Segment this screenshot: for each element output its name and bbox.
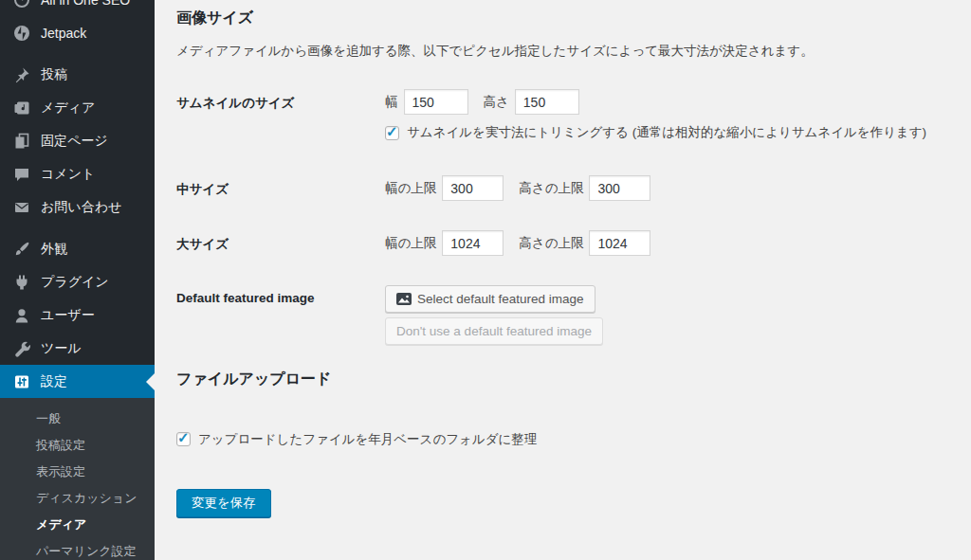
sidebar-item-label: コメント xyxy=(41,166,95,183)
active-menu-arrow xyxy=(146,373,155,390)
media-icon xyxy=(12,99,31,117)
sidebar-item-label: ツール xyxy=(41,340,82,357)
thumbnail-width-input[interactable] xyxy=(404,89,468,115)
submenu-item-permalinks[interactable]: パーマリンク設定 xyxy=(0,538,155,560)
thumbnail-size-row: サムネイルのサイズ 幅 高さ ✓ サムネイルを実寸法にトリミングする (通常は相… xyxy=(176,89,952,141)
sidebar-item-settings[interactable]: 設定 xyxy=(0,365,155,398)
sidebar-item-contact[interactable]: お問い合わせ xyxy=(0,190,155,224)
submenu-item-general[interactable]: 一般 xyxy=(0,406,155,432)
sidebar-item-label: 投稿 xyxy=(41,66,67,83)
large-size-row: 大サイズ 幅の上限 高さの上限 xyxy=(176,230,952,256)
thumbnail-height-label: 高さ xyxy=(484,94,509,111)
sidebar-item-label: メディア xyxy=(41,99,95,117)
sidebar-item-jetpack[interactable]: Jetpack xyxy=(0,16,155,49)
thumbnail-height-input[interactable] xyxy=(515,89,579,115)
save-changes-button[interactable]: 変更を保存 xyxy=(176,489,271,517)
large-max-height-label: 高さの上限 xyxy=(519,235,583,252)
submenu-item-writing[interactable]: 投稿設定 xyxy=(0,432,155,459)
image-sizes-description: メディアファイルから画像を追加する際、以下でピクセル指定したサイズによって最大寸… xyxy=(176,43,952,60)
submenu-item-discussion[interactable]: ディスカッション xyxy=(0,485,155,512)
large-max-width-input[interactable] xyxy=(442,230,504,256)
sidebar-item-posts[interactable]: 投稿 xyxy=(0,58,155,91)
large-max-height-input[interactable] xyxy=(589,230,650,256)
dont-use-featured-image-label: Don't use a default featured image xyxy=(396,324,592,338)
settings-submenu: 一般 投稿設定 表示設定 ディスカッション メディア パーマリンク設定 xyxy=(0,398,155,560)
media-settings-page: 画像サイズ メディアファイルから画像を追加する際、以下でピクセル指定したサイズに… xyxy=(155,0,971,560)
email-icon xyxy=(12,198,31,217)
medium-max-height-input[interactable] xyxy=(589,175,650,201)
sidebar-item-label: 固定ページ xyxy=(41,133,108,150)
image-sizes-heading: 画像サイズ xyxy=(176,8,952,28)
submenu-item-media[interactable]: メディア xyxy=(0,512,155,538)
sidebar-item-label: お問い合わせ xyxy=(41,199,121,216)
select-featured-image-button[interactable]: Select default featured image xyxy=(385,285,595,313)
sidebar-item-users[interactable]: ユーザー xyxy=(0,298,155,332)
dont-use-featured-image-button[interactable]: Don't use a default featured image xyxy=(385,317,603,345)
seo-icon xyxy=(12,0,31,9)
pushpin-icon xyxy=(12,65,31,84)
uploads-organize-label[interactable]: アップロードしたファイルを年月ベースのフォルダに整理 xyxy=(198,431,537,448)
comment-icon xyxy=(12,165,31,184)
sidebar-item-label: 外観 xyxy=(41,241,67,258)
medium-size-row: 中サイズ 幅の上限 高さの上限 xyxy=(176,175,952,201)
sidebar-item-media[interactable]: メディア xyxy=(0,91,155,124)
thumbnail-size-label: サムネイルのサイズ xyxy=(176,89,385,141)
default-featured-image-row: Default featured image Select default fe… xyxy=(176,285,952,345)
sidebar-item-comments[interactable]: コメント xyxy=(0,157,155,190)
thumbnail-width-label: 幅 xyxy=(385,94,398,111)
wrench-icon xyxy=(12,339,31,358)
checkmark-icon: ✓ xyxy=(177,430,190,444)
sidebar-item-label: プラグイン xyxy=(41,274,109,291)
file-upload-heading: ファイルアップロード xyxy=(176,369,952,389)
sidebar-item-label: 設定 xyxy=(41,373,67,390)
image-icon xyxy=(396,293,412,305)
uploads-organize-checkbox[interactable]: ✓ xyxy=(176,432,191,446)
sidebar-item-appearance[interactable]: 外観 xyxy=(0,232,155,265)
paintbrush-icon xyxy=(12,240,31,259)
settings-icon xyxy=(12,372,31,391)
plug-icon xyxy=(12,273,31,292)
medium-max-width-input[interactable] xyxy=(442,175,504,201)
sidebar-item-plugins[interactable]: プラグイン xyxy=(0,265,155,298)
medium-max-width-label: 幅の上限 xyxy=(385,180,436,197)
submenu-item-reading[interactable]: 表示設定 xyxy=(0,459,155,485)
thumbnail-crop-label[interactable]: サムネイルを実寸法にトリミングする (通常は相対的な縮小によりサムネイルを作りま… xyxy=(407,124,926,141)
jetpack-icon xyxy=(12,24,31,43)
checkmark-icon: ✓ xyxy=(386,124,398,138)
medium-max-height-label: 高さの上限 xyxy=(519,180,583,197)
default-featured-image-label: Default featured image xyxy=(176,285,385,345)
sidebar-item-all-in-one-seo[interactable]: All in One SEO xyxy=(0,0,155,16)
thumbnail-crop-checkbox[interactable]: ✓ xyxy=(385,126,399,140)
uploads-organize-option: ✓ アップロードしたファイルを年月ベースのフォルダに整理 xyxy=(176,431,952,448)
sidebar-item-label: ユーザー xyxy=(41,307,95,324)
select-featured-image-label: Select default featured image xyxy=(417,292,584,306)
admin-sidebar: All in One SEO Jetpack 投稿 メディア 固定ページ コメン… xyxy=(0,0,155,560)
pages-icon xyxy=(12,132,31,151)
menu-separator xyxy=(0,49,155,58)
user-icon xyxy=(12,306,31,325)
sidebar-item-pages[interactable]: 固定ページ xyxy=(0,124,155,157)
sidebar-item-label: Jetpack xyxy=(41,26,86,41)
menu-separator xyxy=(0,224,155,232)
medium-size-label: 中サイズ xyxy=(176,175,385,201)
thumbnail-crop-option: ✓ サムネイルを実寸法にトリミングする (通常は相対的な縮小によりサムネイルを作… xyxy=(385,124,952,141)
large-size-label: 大サイズ xyxy=(176,230,385,256)
sidebar-item-label: All in One SEO xyxy=(41,0,130,8)
large-max-width-label: 幅の上限 xyxy=(385,235,436,252)
sidebar-item-tools[interactable]: ツール xyxy=(0,332,155,365)
